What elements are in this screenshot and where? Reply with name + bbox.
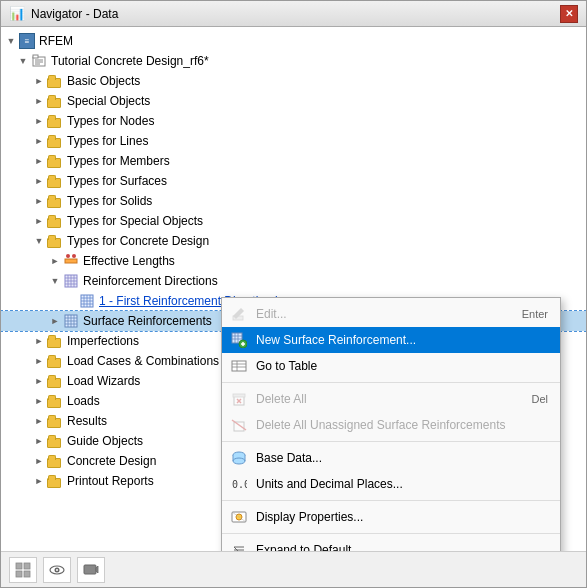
display-properties-icon: [230, 508, 248, 526]
tree-item-types-nodes[interactable]: ► Types for Nodes: [1, 111, 586, 131]
toggle-load-cases: ►: [33, 355, 45, 367]
tree-item-reinforcement-directions[interactable]: ▼ Reinforcement Directions: [1, 271, 586, 291]
folder-icon-imperfections: [47, 334, 63, 348]
context-menu: Edit... Enter New: [221, 297, 561, 551]
edit-shortcut: Enter: [522, 308, 548, 320]
menu-item-delete-all[interactable]: Delete All Del: [222, 386, 560, 412]
menu-item-edit[interactable]: Edit... Enter: [222, 301, 560, 327]
base-data-label: Base Data...: [256, 451, 548, 465]
toggle-load-wizards: ►: [33, 375, 45, 387]
tree-item-basic-objects[interactable]: ► Basic Objects: [1, 71, 586, 91]
menu-item-delete-unassigned[interactable]: Delete All Unassigned Surface Reinforcem…: [222, 412, 560, 438]
svg-rect-67: [24, 571, 30, 577]
title-bar-left: 📊 Navigator - Data: [9, 6, 118, 21]
project-icon: [31, 54, 47, 68]
svg-rect-5: [65, 259, 77, 263]
svg-rect-1: [33, 55, 38, 58]
delete-all-shortcut: Del: [531, 393, 548, 405]
label-loads: Loads: [67, 394, 100, 408]
rfem-icon: ≡: [19, 33, 35, 49]
toggle-results: ►: [33, 415, 45, 427]
navigator-window: 📊 Navigator - Data ✕ ▼ ≡ RFEM ▼: [0, 0, 587, 588]
menu-item-display-properties[interactable]: Display Properties...: [222, 504, 560, 530]
close-button[interactable]: ✕: [560, 5, 578, 23]
label-basic-objects: Basic Objects: [67, 74, 140, 88]
tree-project[interactable]: ▼ Tutorial Concrete Design_rf6*: [1, 51, 586, 71]
svg-rect-71: [84, 565, 96, 574]
delete-unassigned-icon: [230, 416, 248, 434]
label-types-surfaces: Types for Surfaces: [67, 174, 167, 188]
folder-icon-types-lines: [47, 134, 63, 148]
toggle-types-nodes: ►: [33, 115, 45, 127]
tree-item-types-members[interactable]: ► Types for Members: [1, 151, 586, 171]
expand-default-icon: [230, 541, 248, 551]
menu-item-go-to-table[interactable]: Go to Table: [222, 353, 560, 379]
separator-1: [222, 382, 560, 383]
title-bar: 📊 Navigator - Data ✕: [1, 1, 586, 27]
label-load-cases: Load Cases & Combinations: [67, 354, 219, 368]
label-types-solids: Types for Solids: [67, 194, 152, 208]
menu-item-base-data[interactable]: Base Data...: [222, 445, 560, 471]
units-icon: 0.00: [230, 475, 248, 493]
folder-icon-printout-reports: [47, 474, 63, 488]
folder-icon-types-concrete-design: [47, 234, 63, 248]
menu-item-new-surface-reinforcement[interactable]: New Surface Reinforcement...: [222, 327, 560, 353]
tree-item-types-solids[interactable]: ► Types for Solids: [1, 191, 586, 211]
delete-all-icon: [230, 390, 248, 408]
tree-item-types-lines[interactable]: ► Types for Lines: [1, 131, 586, 151]
menu-item-expand-default[interactable]: Expand to Default: [222, 537, 560, 551]
tree-root-rfem[interactable]: ▼ ≡ RFEM: [1, 31, 586, 51]
toggle-types-solids: ►: [33, 195, 45, 207]
toggle-loads: ►: [33, 395, 45, 407]
toggle-imperfections: ►: [33, 335, 45, 347]
toggle-surface-reinforcements: ►: [49, 315, 61, 327]
toggle-types-special-objects: ►: [33, 215, 45, 227]
window-icon: 📊: [9, 6, 25, 21]
tree-item-types-special-objects[interactable]: ► Types for Special Objects: [1, 211, 586, 231]
edit-label: Edit...: [256, 307, 514, 321]
new-surface-reinforcement-icon: [230, 331, 248, 349]
tree-item-effective-lengths[interactable]: ► Effective Lengths: [1, 251, 586, 271]
toggle-printout-reports: ►: [33, 475, 45, 487]
svg-rect-46: [233, 394, 245, 397]
svg-rect-64: [16, 563, 22, 569]
effective-lengths-icon: [63, 254, 79, 268]
toggle-effective-lengths: ►: [49, 255, 61, 267]
tree-item-types-concrete-design[interactable]: ▼ Types for Concrete Design: [1, 231, 586, 251]
toggle-types-concrete-design: ▼: [33, 235, 45, 247]
separator-3: [222, 500, 560, 501]
folder-icon-load-wizards: [47, 374, 63, 388]
tree-item-types-surfaces[interactable]: ► Types for Surfaces: [1, 171, 586, 191]
folder-icon-types-surfaces: [47, 174, 63, 188]
record-button[interactable]: [77, 557, 105, 583]
label-types-special-objects: Types for Special Objects: [67, 214, 203, 228]
navigator-button[interactable]: [9, 557, 37, 583]
toggle-reinforcement-directions: ▼: [49, 275, 61, 287]
folder-icon-concrete-design: [47, 454, 63, 468]
folder-icon-loads: [47, 394, 63, 408]
svg-point-51: [233, 458, 245, 464]
label-load-wizards: Load Wizards: [67, 374, 140, 388]
toggle-first-reinforcement: [65, 295, 77, 307]
content-area: ▼ ≡ RFEM ▼ Tutorial Concrete Design_rf6*: [1, 27, 586, 551]
folder-icon-types-solids: [47, 194, 63, 208]
toggle-guide-objects: ►: [33, 435, 45, 447]
base-data-icon: [230, 449, 248, 467]
view-button[interactable]: [43, 557, 71, 583]
label-special-objects: Special Objects: [67, 94, 150, 108]
bottom-toolbar: [1, 551, 586, 587]
label-types-members: Types for Members: [67, 154, 170, 168]
svg-point-6: [66, 254, 70, 258]
toggle-types-surfaces: ►: [33, 175, 45, 187]
label-guide-objects: Guide Objects: [67, 434, 143, 448]
separator-4: [222, 533, 560, 534]
folder-icon-results: [47, 414, 63, 428]
delete-unassigned-label: Delete All Unassigned Surface Reinforcem…: [256, 418, 548, 432]
svg-rect-66: [16, 571, 22, 577]
go-to-table-icon: [230, 357, 248, 375]
toggle-types-lines: ►: [33, 135, 45, 147]
toggle-concrete-design: ►: [33, 455, 45, 467]
menu-item-units[interactable]: 0.00 Units and Decimal Places...: [222, 471, 560, 497]
window-title: Navigator - Data: [31, 7, 118, 21]
tree-item-special-objects[interactable]: ► Special Objects: [1, 91, 586, 111]
